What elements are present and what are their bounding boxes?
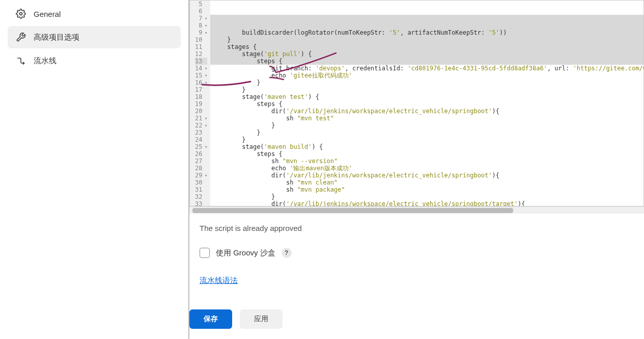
help-icon[interactable]: ?: [282, 248, 292, 258]
apply-button[interactable]: 应用: [240, 309, 283, 329]
sidebar-item-label: General: [34, 10, 61, 18]
sidebar-item-label: 流水线: [34, 56, 57, 66]
approval-status-text: The script is already approved: [200, 224, 644, 232]
save-button[interactable]: 保存: [189, 309, 232, 329]
script-editor[interactable]: 567▾8▾9▾1011121314▾15▾16▾1718192021▾22▾2…: [189, 0, 644, 206]
sandbox-checkbox[interactable]: [200, 248, 210, 258]
horizontal-scrollbar[interactable]: [189, 206, 644, 214]
main-content: 567▾8▾9▾1011121314▾15▾16▾1718192021▾22▾2…: [188, 0, 644, 339]
sandbox-checkbox-row: 使用 Groovy 沙盒 ?: [200, 248, 644, 258]
sidebar-item-advanced[interactable]: 高级项目选项: [8, 26, 181, 48]
scrollbar-thumb[interactable]: [192, 208, 513, 213]
svg-point-0: [20, 13, 22, 15]
action-buttons: 保存 应用: [189, 309, 283, 329]
sidebar: General 高级项目选项 流水线: [0, 0, 188, 339]
pipeline-syntax-link[interactable]: 流水线语法: [200, 276, 238, 284]
wrench-icon: [16, 32, 26, 42]
code-area[interactable]: buildDiscarder(logRotator(numToKeepStr: …: [210, 1, 643, 206]
pipeline-icon: [16, 56, 26, 66]
sidebar-item-label: 高级项目选项: [34, 33, 79, 42]
gear-icon: [16, 9, 26, 19]
sidebar-item-pipeline[interactable]: 流水线: [8, 49, 181, 72]
sandbox-checkbox-label: 使用 Groovy 沙盒: [216, 248, 275, 258]
sidebar-item-general[interactable]: General: [8, 3, 181, 25]
editor-gutter: 567▾8▾9▾1011121314▾15▾16▾1718192021▾22▾2…: [190, 1, 210, 206]
